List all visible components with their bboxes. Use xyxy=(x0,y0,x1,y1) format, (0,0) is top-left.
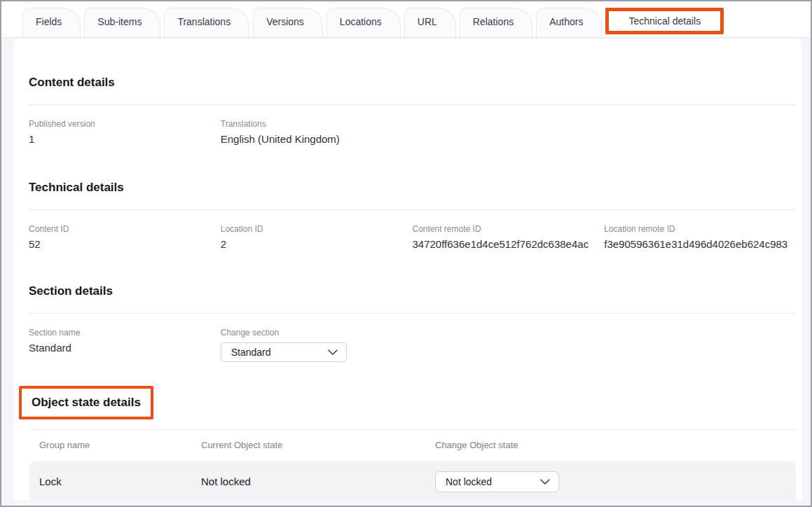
field-label: Location ID xyxy=(221,224,413,235)
field-location-id: Location ID 2 xyxy=(221,224,413,251)
chevron-down-icon xyxy=(540,479,550,485)
technical-details-panel: Content details Published version 1 Tran… xyxy=(13,38,803,500)
field-label: Content remote ID xyxy=(413,224,605,235)
tab-technical-details[interactable]: Technical details xyxy=(605,8,724,34)
field-published-version: Published version 1 xyxy=(29,119,221,146)
field-label: Translations xyxy=(221,119,413,130)
tab-versions[interactable]: Versions xyxy=(253,8,323,37)
tab-label: Translations xyxy=(177,16,230,27)
field-label: Published version xyxy=(29,119,221,130)
field-label: Content ID xyxy=(29,224,221,235)
divider xyxy=(29,104,796,105)
table-header-row: Group name Current Object state Change O… xyxy=(29,430,796,460)
field-value: 1 xyxy=(29,132,221,146)
content-details-fields: Published version 1 Translations English… xyxy=(29,119,796,146)
tab-relations[interactable]: Relations xyxy=(460,8,532,37)
tab-label: Relations xyxy=(473,16,514,27)
tab-sub-items[interactable]: Sub-items xyxy=(84,8,160,37)
field-label: Location remote ID xyxy=(604,224,796,235)
divider xyxy=(29,209,796,210)
tab-label: Locations xyxy=(340,16,382,27)
tab-authors[interactable]: Authors xyxy=(536,8,602,37)
field-location-remote-id: Location remote ID f3e90596361e31d496d40… xyxy=(604,224,796,251)
field-value: English (United Kingdom) xyxy=(221,132,413,146)
change-object-state-select[interactable]: Not locked xyxy=(435,471,559,492)
column-header-group-name: Group name xyxy=(39,440,201,450)
object-state-details-heading: Object state details xyxy=(32,395,141,410)
technical-details-heading: Technical details xyxy=(29,180,796,195)
tab-label: URL xyxy=(418,16,437,27)
column-header-change-object-state: Change Object state xyxy=(435,440,796,450)
annotation-highlight: Object state details xyxy=(19,386,153,419)
technical-details-fields: Content ID 52 Location ID 2 Content remo… xyxy=(29,224,796,251)
field-value: Standard xyxy=(29,341,221,355)
section-details-heading: Section details xyxy=(29,284,796,299)
field-label: Change section xyxy=(221,328,413,338)
field-value: 2 xyxy=(221,237,413,251)
field-value: 52 xyxy=(29,237,221,251)
field-section-name: Section name Standard xyxy=(29,328,221,362)
field-translations: Translations English (United Kingdom) xyxy=(221,119,413,146)
tab-locations[interactable]: Locations xyxy=(326,8,401,37)
chevron-down-icon xyxy=(328,349,338,355)
tab-label: Authors xyxy=(549,16,583,27)
object-state-section: Object state details xyxy=(29,386,796,419)
section-details-fields: Section name Standard Change section Sta… xyxy=(29,328,796,362)
field-value: f3e90596361e31d496d4026eb624c983 xyxy=(604,237,796,251)
field-change-section: Change section Standard xyxy=(221,328,413,362)
field-content-remote-id: Content remote ID 34720ff636e1d4ce512f76… xyxy=(413,224,605,251)
divider xyxy=(29,313,796,314)
tab-label: Versions xyxy=(266,16,304,27)
field-value: 34720ff636e1d4ce512f762dc638e4ac xyxy=(413,237,605,251)
tab-label: Sub-items xyxy=(97,16,142,27)
tab-label: Technical details xyxy=(628,15,701,27)
object-state-table: Group name Current Object state Change O… xyxy=(29,429,796,500)
tab-bar: Fields Sub-items Translations Versions L… xyxy=(1,1,811,38)
column-header-current-object-state: Current Object state xyxy=(201,440,435,450)
tab-translations[interactable]: Translations xyxy=(164,8,249,37)
content-details-heading: Content details xyxy=(29,75,796,90)
group-name-cell: Lock xyxy=(39,475,201,487)
current-object-state-cell: Not locked xyxy=(201,475,435,487)
field-label: Section name xyxy=(29,328,221,338)
tab-fields[interactable]: Fields xyxy=(22,8,81,37)
page-body: Content details Published version 1 Tran… xyxy=(1,38,811,507)
field-content-id: Content ID 52 xyxy=(29,224,221,251)
table-row: Lock Not locked Not locked xyxy=(29,461,796,500)
change-object-state-cell: Not locked xyxy=(435,471,796,492)
selected-option-label: Standard xyxy=(231,347,271,358)
change-section-select[interactable]: Standard xyxy=(221,342,347,362)
selected-option-label: Not locked xyxy=(446,476,492,487)
tab-url[interactable]: URL xyxy=(404,8,456,37)
tab-label: Fields xyxy=(36,16,62,27)
